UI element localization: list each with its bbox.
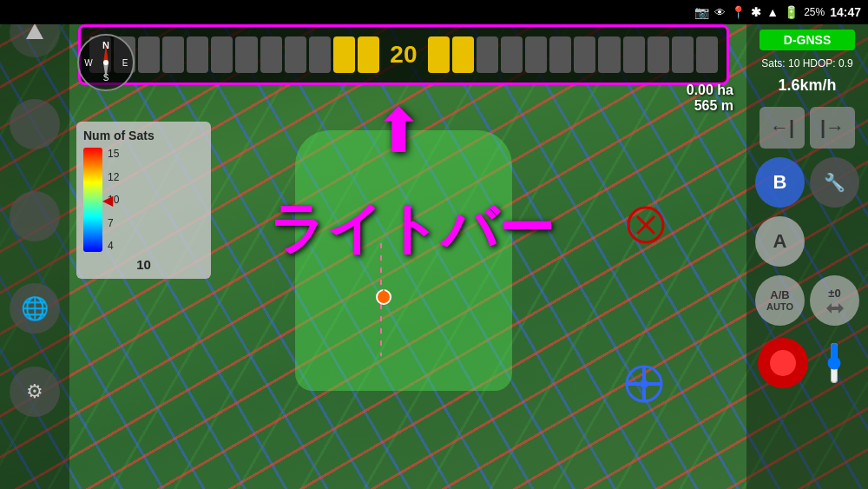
- compass: N S W E: [76, 33, 135, 92]
- a-button[interactable]: A: [755, 216, 805, 267]
- battery-icon: 🔋: [784, 5, 799, 19]
- speed-display: 1.6km/h: [778, 76, 836, 95]
- record-btn[interactable]: [758, 338, 808, 388]
- gnss-info: Sats: 10 HDOP: 0.9: [761, 56, 852, 71]
- dist-value: 565 m: [687, 98, 733, 114]
- lightbar-seg-8: [285, 36, 306, 73]
- svg-marker-22: [826, 303, 832, 314]
- svg-marker-20: [26, 23, 43, 39]
- left-btn-3[interactable]: [10, 191, 60, 241]
- b-wrench-row: B 🔧: [755, 157, 859, 208]
- a-row: A: [755, 216, 859, 267]
- lightbar-center-number: 20: [382, 41, 425, 69]
- gps-icon: 📍: [731, 5, 746, 19]
- dotted-path: [380, 243, 641, 365]
- lightbar-seg-15: [477, 36, 498, 73]
- lightbar-seg-9: [309, 36, 331, 73]
- pm0-label: ±0: [828, 287, 840, 301]
- legend-title: Num of Sats: [83, 129, 204, 142]
- settings-btn[interactable]: ⚙: [10, 367, 60, 417]
- legend-label-4: 4: [108, 240, 119, 252]
- b-button[interactable]: B: [755, 157, 805, 208]
- hdop-info: HDOP: 0.9: [803, 57, 853, 69]
- lightbar-seg-21: [623, 36, 645, 73]
- sats-info: Sats: 10: [761, 57, 799, 69]
- lightbar-seg-23: [672, 36, 694, 73]
- distance-info: 0.00 ha 565 m: [687, 83, 733, 114]
- ab-auto-btn[interactable]: A/B AUTO: [755, 275, 805, 326]
- left-btn-2[interactable]: [10, 99, 60, 149]
- right-nav-btn[interactable]: |→: [810, 107, 855, 149]
- pm0-btn[interactable]: ±0: [810, 275, 859, 326]
- svg-text:E: E: [122, 58, 128, 68]
- vehicle-marker: [373, 287, 394, 307]
- lightbar-seg-16: [501, 36, 523, 73]
- legend-colorbar: [83, 148, 102, 252]
- svg-point-14: [640, 380, 648, 388]
- ab-label: A/B: [770, 288, 789, 302]
- lightbar-seg-7: [260, 36, 282, 73]
- visibility-icon: 👁: [714, 6, 726, 19]
- legend-label-12: 12: [108, 171, 119, 183]
- lightbar-seg-2: [138, 36, 160, 73]
- lightbar-seg-14: [452, 36, 474, 73]
- lightbar-container: 20: [78, 24, 729, 85]
- right-panel: D-GNSS Sats: 10 HDOP: 0.9 1.6km/h ←| |→ …: [746, 0, 868, 489]
- lightbar-track: 20: [89, 36, 718, 73]
- lightbar-seg-22: [648, 36, 669, 73]
- lightbar-seg-6: [235, 36, 257, 73]
- ab-row: A/B AUTO ±0: [755, 275, 859, 326]
- globe-btn[interactable]: 🌐: [10, 283, 60, 334]
- slider[interactable]: [813, 342, 855, 384]
- lightbar-seg-20: [598, 36, 620, 73]
- lightbar-seg-5: [211, 36, 233, 73]
- record-inner: [770, 350, 796, 376]
- lightbar-seg-17: [525, 36, 547, 73]
- bluetooth-icon: ✱: [751, 5, 761, 20]
- area-value: 0.00 ha: [687, 83, 733, 98]
- navigation-arrow: ⬆: [373, 96, 424, 167]
- lightbar-seg-3: [162, 36, 184, 73]
- lightbar-seg-24: [696, 36, 718, 73]
- lightbar-seg-13: [428, 36, 450, 73]
- record-row: [755, 338, 859, 388]
- wrench-btn[interactable]: 🔧: [810, 157, 859, 208]
- lightbar-seg-4: [187, 36, 208, 73]
- nav-btn-row: ←| |→: [755, 107, 859, 149]
- legend-arrow: ◀: [102, 192, 113, 208]
- legend-label-7: 7: [108, 217, 119, 229]
- blue-marker: [623, 363, 665, 408]
- signal-icon: ▲: [766, 5, 779, 19]
- auto-label: AUTO: [766, 301, 793, 313]
- top-status-bar: 📷 👁 📍 ✱ ▲ 🔋 25% 14:47: [0, 0, 868, 24]
- left-panel: 🌐 ⚙: [0, 0, 69, 489]
- camera-icon: 📷: [694, 5, 709, 19]
- sats-legend: Num of Sats ◀ 15 12 10 7 4 10: [76, 122, 211, 279]
- gnss-badge: D-GNSS: [760, 30, 855, 50]
- left-nav-btn[interactable]: ←|: [760, 107, 805, 149]
- battery-percent: 25%: [804, 6, 825, 18]
- clock: 14:47: [830, 5, 861, 19]
- lightbar-seg-19: [574, 36, 595, 73]
- legend-label-15: 15: [108, 148, 119, 160]
- legend-current-value: 10: [83, 257, 204, 272]
- svg-text:W: W: [84, 58, 93, 68]
- lightbar-seg-10: [333, 36, 355, 73]
- svg-point-7: [103, 60, 108, 65]
- lightbar-seg-11: [358, 36, 379, 73]
- lightbar-seg-18: [549, 36, 571, 73]
- red-marker: [625, 204, 667, 249]
- svg-marker-23: [838, 303, 844, 314]
